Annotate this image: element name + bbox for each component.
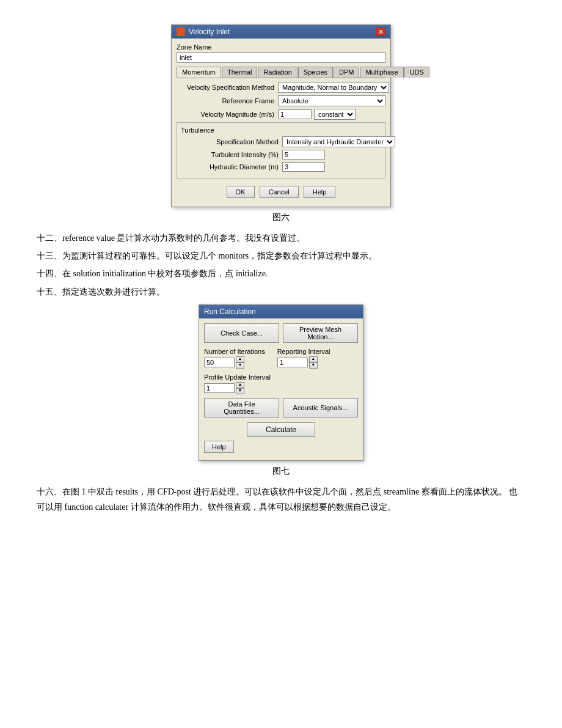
reporting-interval-spinner: ▲ ▼ xyxy=(309,356,318,369)
cancel-button[interactable]: Cancel xyxy=(260,186,299,198)
profile-update-up[interactable]: ▲ xyxy=(236,382,244,388)
titlebar-left: Velocity Inlet xyxy=(177,28,230,36)
dialog-title: Velocity Inlet xyxy=(189,28,230,36)
num-iterations-input-row: ▲ ▼ xyxy=(204,356,265,369)
hydraulic-diameter-input[interactable] xyxy=(282,162,325,172)
profile-update-spinner: ▲ ▼ xyxy=(236,382,244,394)
reporting-interval-down[interactable]: ▼ xyxy=(309,362,318,369)
profile-update-label: Profile Update Interval xyxy=(204,373,271,381)
turbulent-intensity-row: Turbulent Intensity (%) xyxy=(181,150,381,160)
fig7-caption: 图七 xyxy=(37,466,525,477)
para12: 十二、reference value 是计算水动力系数时的几何参考。我没有设置过… xyxy=(37,230,525,246)
tab-thermal[interactable]: Thermal xyxy=(222,67,257,78)
check-case-button[interactable]: Check Case... xyxy=(204,323,279,343)
turbulence-title: Turbulence xyxy=(181,127,381,134)
velocity-constant-select[interactable]: constant xyxy=(314,109,356,120)
reporting-interval-input[interactable] xyxy=(277,358,308,367)
velocity-inlet-dialog: Velocity Inlet ✕ Zone Name Momentum Ther… xyxy=(171,24,391,207)
spec-method-row: Specification Method Intensity and Hydra… xyxy=(181,136,381,147)
run-calc-title: Run Calculation xyxy=(204,307,256,316)
para14: 十四、在 solution initialization 中校对各项参数后，点 … xyxy=(37,266,525,281)
tab-dpm[interactable]: DPM xyxy=(334,67,359,78)
spec-method-label: Specification Method xyxy=(181,138,279,145)
fig6-caption: 图六 xyxy=(37,212,525,223)
help-button[interactable]: Help xyxy=(204,441,234,453)
num-iterations-input[interactable] xyxy=(204,358,235,367)
run-calc-titlebar: Run Calculation xyxy=(199,305,363,318)
reference-frame-row: Reference Frame Absolute xyxy=(177,95,385,106)
hydraulic-diameter-row: Hydraulic Diameter (m) xyxy=(181,162,381,172)
velocity-magnitude-row: Velocity Magnitude (m/s) constant xyxy=(177,109,385,120)
reporting-interval-label: Reporting Interval xyxy=(277,348,330,355)
dialog-body: Zone Name Momentum Thermal Radiation Spe… xyxy=(172,39,390,207)
velocity-inlet-titlebar: Velocity Inlet ✕ xyxy=(172,25,390,39)
reference-frame-label: Reference Frame xyxy=(177,97,274,105)
velocity-spec-select[interactable]: Magnitude, Normal to Boundary xyxy=(278,82,389,93)
num-iterations-down[interactable]: ▼ xyxy=(236,362,244,369)
calculate-btn-row: Calculate xyxy=(204,422,358,437)
calculate-button[interactable]: Calculate xyxy=(247,422,315,437)
close-button[interactable]: ✕ xyxy=(376,28,385,36)
velocity-magnitude-label: Velocity Magnitude (m/s) xyxy=(177,111,274,118)
tab-radiation[interactable]: Radiation xyxy=(258,67,297,78)
num-iterations-spinner: ▲ ▼ xyxy=(236,356,244,369)
help-button[interactable]: Help xyxy=(304,186,336,198)
reporting-interval-group: Reporting Interval ▲ ▼ xyxy=(277,348,330,369)
dialog-icon xyxy=(177,28,185,36)
profile-update-input[interactable] xyxy=(204,383,235,393)
num-iterations-group: Number of Iterations ▲ ▼ xyxy=(204,348,265,369)
tab-species[interactable]: Species xyxy=(298,67,333,78)
num-iterations-label: Number of Iterations xyxy=(204,348,265,355)
velocity-spec-label: Velocity Specification Method xyxy=(177,84,274,91)
tab-multiphase[interactable]: Multiphase xyxy=(360,67,403,78)
num-iterations-up[interactable]: ▲ xyxy=(236,356,244,362)
para16: 十六、在图 1 中双击 results，用 CFD-post 进行后处理。可以在… xyxy=(37,484,525,515)
para15: 十五、指定迭选次数并进行计算。 xyxy=(37,284,525,300)
run-calc-dialog-container: Run Calculation Check Case... Preview Me… xyxy=(37,304,525,461)
ok-button[interactable]: OK xyxy=(227,186,255,198)
zone-name-label: Zone Name xyxy=(177,43,385,51)
run-calc-dialog: Run Calculation Check Case... Preview Me… xyxy=(199,304,363,461)
tab-momentum[interactable]: Momentum xyxy=(177,67,221,78)
spec-method-select[interactable]: Intensity and Hydraulic Diameter xyxy=(282,136,395,147)
profile-update-down[interactable]: ▼ xyxy=(236,388,244,394)
para13: 十三、为监测计算过程的可靠性。可以设定几个 monitors，指定参数会在计算过… xyxy=(37,248,525,263)
turbulence-section: Turbulence Specification Method Intensit… xyxy=(177,122,385,178)
tab-uds[interactable]: UDS xyxy=(404,67,429,78)
dialog-tabs: Momentum Thermal Radiation Species DPM M… xyxy=(177,67,385,78)
zone-name-input[interactable] xyxy=(177,52,385,63)
hydraulic-diameter-label: Hydraulic Diameter (m) xyxy=(181,163,279,171)
turbulent-intensity-input[interactable] xyxy=(282,150,325,160)
help-btn-row: Help xyxy=(204,441,358,455)
profile-update-input-row: ▲ ▼ xyxy=(204,382,358,394)
iteration-section: Number of Iterations ▲ ▼ Reporting Inter… xyxy=(204,348,358,369)
reporting-interval-up[interactable]: ▲ xyxy=(309,356,318,362)
reporting-interval-input-row: ▲ ▼ xyxy=(277,356,330,369)
reference-frame-select[interactable]: Absolute xyxy=(278,95,385,106)
turbulent-intensity-label: Turbulent Intensity (%) xyxy=(181,151,279,158)
acoustic-signals-button[interactable]: Acoustic Signals... xyxy=(283,398,358,417)
preview-mesh-button[interactable]: Preview Mesh Motion... xyxy=(283,323,358,343)
profile-section: Profile Update Interval ▲ ▼ xyxy=(204,372,358,394)
dialog-buttons: OK Cancel Help xyxy=(177,182,385,202)
velocity-inlet-dialog-container: Velocity Inlet ✕ Zone Name Momentum Ther… xyxy=(37,24,525,207)
velocity-magnitude-input[interactable] xyxy=(278,109,312,119)
run-top-buttons: Check Case... Preview Mesh Motion... xyxy=(204,323,358,343)
data-file-button[interactable]: Data File Quantities... xyxy=(204,398,279,417)
data-btns-row: Data File Quantities... Acoustic Signals… xyxy=(204,398,358,417)
run-calc-body: Check Case... Preview Mesh Motion... Num… xyxy=(199,318,363,460)
velocity-spec-row: Velocity Specification Method Magnitude,… xyxy=(177,82,385,93)
